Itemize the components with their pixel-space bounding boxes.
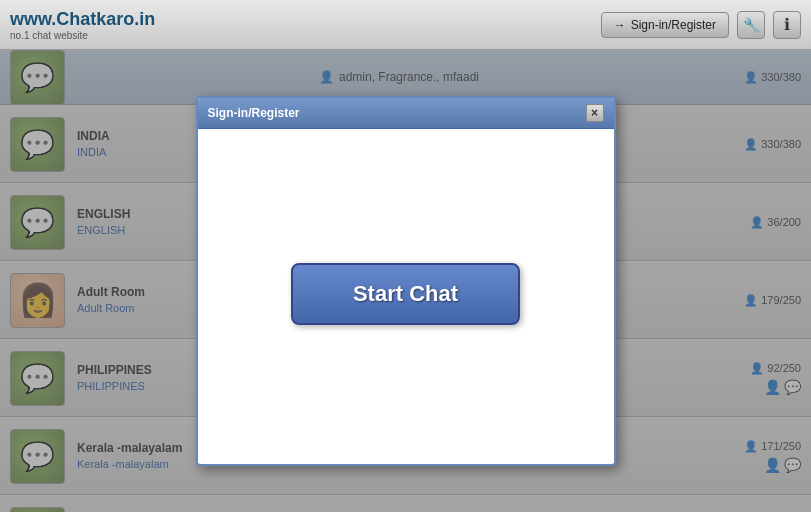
- info-button[interactable]: [773, 11, 801, 39]
- header: www.Chatkaro.in no.1 chat website Sign-i…: [0, 0, 811, 50]
- info-icon: [784, 15, 790, 34]
- logo-main: www.Chatkaro.in: [10, 9, 155, 30]
- header-right: Sign-in/Register: [601, 11, 801, 39]
- modal-title: Sign-in/Register: [208, 106, 300, 120]
- sign-in-label: Sign-in/Register: [631, 18, 716, 32]
- modal-overlay: Sign-in/Register × Start Chat: [0, 50, 811, 512]
- modal-body: Start Chat: [198, 129, 614, 459]
- wrench-button[interactable]: [737, 11, 765, 39]
- sign-in-modal: Sign-in/Register × Start Chat: [196, 96, 616, 466]
- modal-close-button[interactable]: ×: [586, 104, 604, 122]
- room-list: 💬 👤 admin, Fragrance., mfaadi 👤 330/380 …: [0, 50, 811, 512]
- logo-sub: no.1 chat website: [10, 30, 155, 41]
- logo-area: www.Chatkaro.in no.1 chat website: [10, 9, 155, 41]
- sign-in-button[interactable]: Sign-in/Register: [601, 12, 729, 38]
- main-content: 💬 👤 admin, Fragrance., mfaadi 👤 330/380 …: [0, 50, 811, 512]
- arrow-icon: [614, 18, 626, 32]
- start-chat-button[interactable]: Start Chat: [291, 263, 520, 325]
- modal-header: Sign-in/Register ×: [198, 98, 614, 129]
- wrench-icon: [743, 17, 760, 33]
